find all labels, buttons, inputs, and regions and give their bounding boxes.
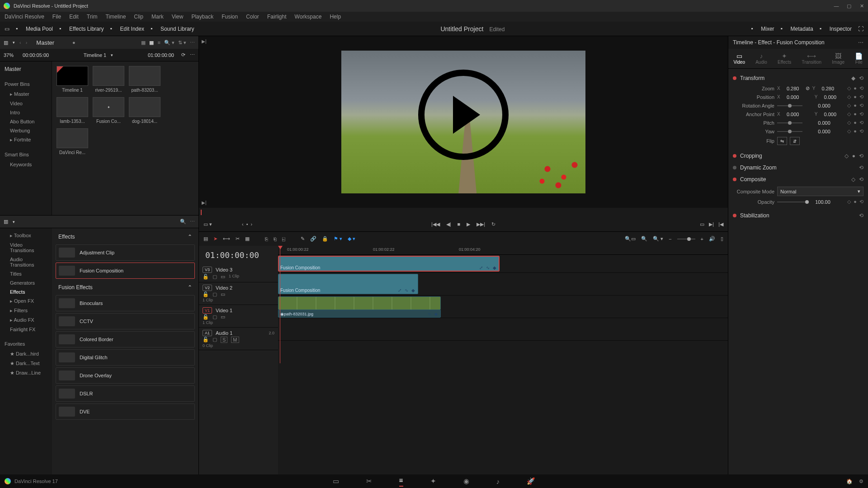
kf-icon[interactable]: ◇ — [847, 85, 851, 91]
menu-playback[interactable]: Playback — [191, 14, 213, 20]
kf-dot-icon[interactable]: ● — [854, 94, 857, 100]
clip-fx-icons[interactable]: ⤢ ∿ ◆ — [398, 288, 416, 293]
fusioneffect-dve[interactable]: DVE — [56, 404, 195, 420]
clip-item[interactable]: river-29519... — [93, 66, 124, 93]
tl-opts-icon[interactable]: ▤ — [203, 236, 208, 242]
clip-label-v1[interactable]: ◉ path-832031.jpg∿ ◆ — [278, 310, 441, 318]
fullscreen-icon[interactable]: ▭ — [5, 26, 9, 32]
zoom-y-input[interactable] — [818, 86, 838, 91]
menu-timeline[interactable]: Timeline — [105, 14, 126, 20]
rotation-input[interactable] — [814, 103, 834, 108]
dynzoom-section[interactable]: Dynamic Zoom⟲ — [733, 162, 863, 174]
kf-dot-icon[interactable]: ● — [854, 128, 857, 134]
reset-icon[interactable]: ⟲ — [859, 120, 863, 126]
prev-frame-icon[interactable]: ◀| — [446, 221, 451, 227]
clip-item[interactable]: Timeline 1 — [57, 66, 88, 93]
folder-fortnite[interactable]: Fortnite — [0, 135, 52, 145]
kf-icon[interactable]: ◇ — [844, 153, 849, 159]
clip-item[interactable]: DaVinci Re... — [57, 128, 88, 155]
flip-v-button[interactable]: ⇵ — [790, 137, 800, 145]
prev-edit-icon[interactable]: ‹ — [242, 221, 244, 227]
lock-icon[interactable]: 🔓 — [203, 274, 209, 280]
menu-trim[interactable]: Trim — [87, 14, 98, 20]
zoom-percent[interactable]: 37% — [4, 52, 14, 58]
menu-edit[interactable]: Edit — [69, 14, 79, 20]
yaw-slider[interactable] — [777, 131, 802, 132]
effects-library-button[interactable]: ▪Effects Library — [59, 25, 104, 33]
pitch-input[interactable] — [814, 120, 834, 126]
menu-workspace[interactable]: Workspace — [295, 14, 322, 20]
zoom-in-icon[interactable]: + — [701, 236, 703, 242]
sort-icon[interactable]: ⇅ ▾ — [178, 40, 186, 46]
edit-index-button[interactable]: ▪Edit Index — [110, 25, 144, 33]
kf-dot-icon[interactable]: ● — [854, 103, 857, 108]
insp-tab-file[interactable]: 📄File — [855, 52, 863, 65]
loop-icon[interactable]: ↻ — [491, 221, 495, 227]
maximize-icon[interactable]: ▢ — [846, 3, 852, 9]
clip-item[interactable]: ✦Fusion Co... — [93, 97, 124, 124]
first-frame-icon[interactable]: |◀◀ — [431, 221, 440, 227]
home-icon[interactable]: 🏠 — [846, 479, 853, 484]
kf-icon[interactable]: ◇ — [851, 176, 855, 183]
link-icon[interactable]: 🔗 — [310, 236, 316, 242]
menu-clip[interactable]: Clip — [134, 14, 143, 20]
menu-help[interactable]: Help — [330, 14, 341, 20]
fusioneffect-dslr[interactable]: DSLR — [56, 385, 195, 402]
kf-dot-icon[interactable]: ● — [854, 85, 857, 91]
sound-library-button[interactable]: ▪Sound Library — [151, 25, 194, 33]
folder-master[interactable]: Master — [0, 89, 52, 99]
flag-icon[interactable]: ⚑ ▾ — [334, 236, 342, 242]
rotation-slider[interactable] — [777, 105, 802, 106]
expand-icon[interactable]: ⛶ — [858, 26, 863, 32]
kf-icon[interactable]: ◇ — [847, 128, 851, 134]
dropdown-icon[interactable]: ▾ — [13, 40, 15, 45]
disable-icon[interactable]: ▭ — [221, 274, 225, 280]
reset-icon[interactable]: ⟲ — [859, 85, 863, 91]
fxtree-video-transitions[interactable]: Video Transitions — [0, 240, 52, 255]
kf-icon[interactable]: ◇ — [847, 111, 851, 117]
mark-out-icon[interactable]: ▶| — [202, 200, 207, 205]
append-icon[interactable]: ⎘ — [265, 236, 268, 242]
find-icon[interactable]: 🔍▭ — [625, 236, 636, 242]
view-list-icon[interactable]: ≡ — [157, 40, 160, 45]
page-color-icon[interactable]: ◉ — [463, 477, 469, 485]
go-in-icon[interactable]: |◀ — [718, 221, 723, 227]
reset-icon[interactable]: ⟲ — [859, 103, 863, 108]
chevron-down-icon[interactable]: ▾ — [111, 53, 113, 57]
fav-item[interactable]: ★ Dark...Text — [0, 359, 52, 368]
page-cut-icon[interactable]: ✂ — [366, 477, 372, 485]
replace-icon[interactable]: ⍇ — [282, 236, 285, 242]
fusioneffect-binoculars[interactable]: Binoculars — [56, 295, 195, 311]
fusioneffect-drone-overlay[interactable]: Drone Overlay — [56, 367, 195, 384]
arrow-tool-icon[interactable]: ➤ — [213, 236, 217, 242]
lock-icon[interactable]: 🔒 — [322, 236, 328, 242]
clip-fx-icons[interactable]: ⤢ ∿ ◆ — [479, 265, 497, 270]
view-meta-icon[interactable]: ▦ — [141, 40, 146, 46]
go-out-icon[interactable]: ▶| — [709, 221, 714, 227]
menu-view[interactable]: View — [172, 14, 184, 20]
marker-icon[interactable]: ◆ ▾ — [348, 236, 355, 242]
page-fusion-icon[interactable]: ✦ — [430, 477, 436, 485]
transform-section[interactable]: Transform◆⟲ — [733, 72, 863, 84]
fxtree-toolbox[interactable]: Toolbox — [0, 231, 52, 240]
search-icon[interactable]: 🔍 ▾ — [164, 40, 175, 46]
folder-video[interactable]: Video — [0, 99, 52, 108]
disable-icon[interactable]: ▭ — [221, 291, 225, 297]
anchor-y-input[interactable] — [820, 112, 840, 117]
effect-fusion-composition[interactable]: Fusion Composition — [56, 263, 195, 279]
dropdown-icon[interactable]: ▾ — [13, 220, 15, 224]
close-icon[interactable]: ✕ — [859, 3, 864, 9]
opacity-slider[interactable] — [777, 202, 809, 202]
pitch-slider[interactable] — [777, 122, 802, 123]
clip-item[interactable]: lamb-1353... — [57, 97, 88, 124]
insp-tab-effects[interactable]: ✦Effects — [778, 52, 791, 65]
fxtree-fairlight-fx[interactable]: Fairlight FX — [0, 325, 52, 334]
fxtree-audio-transitions[interactable]: Audio Transitions — [0, 255, 52, 269]
insert-icon[interactable]: ▦ — [245, 236, 250, 242]
trim-tool-icon[interactable]: ⟷ — [223, 236, 230, 242]
play-icon[interactable]: ▶ — [467, 221, 470, 227]
page-fairlight-icon[interactable]: ♪ — [496, 478, 500, 485]
timeline-canvas[interactable]: 01:00:00:22 01:00:02:22 01:00:04:20 Fusi… — [278, 246, 728, 474]
minimize-icon[interactable]: — — [834, 3, 839, 9]
kf-icon[interactable]: ◇ — [847, 103, 851, 108]
